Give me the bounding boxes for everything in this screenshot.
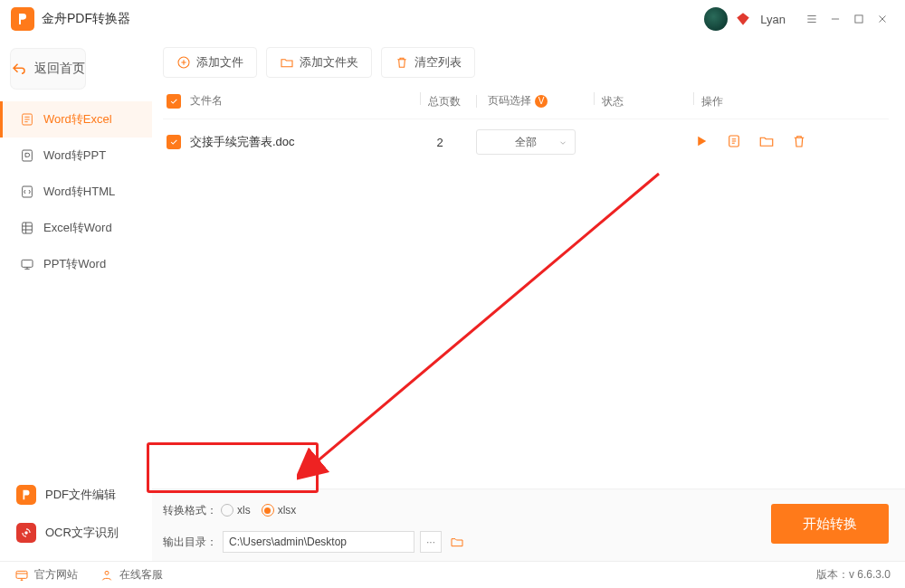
pdf-edit-icon xyxy=(16,485,36,505)
col-status: 状态 xyxy=(602,95,624,108)
sidebar-item-word-to-excel[interactable]: Word转Excel xyxy=(0,101,152,138)
vip-feature-badge: V xyxy=(535,95,548,108)
back-home-button[interactable]: 返回首页 xyxy=(11,49,85,89)
sidebar-item-label: Word转Excel xyxy=(43,111,112,128)
annotation-arrow xyxy=(297,165,668,481)
clear-list-button[interactable]: 清空列表 xyxy=(381,47,475,78)
row-delete-button[interactable] xyxy=(791,133,807,152)
output-label: 输出目录： xyxy=(163,535,217,550)
back-home-label: 返回首页 xyxy=(34,61,85,77)
sidebar-item-ppt-to-word[interactable]: PPT转Word xyxy=(0,246,152,282)
add-file-label: 添加文件 xyxy=(196,54,243,71)
add-folder-label: 添加文件夹 xyxy=(300,54,358,71)
version-label: 版本：v 6.6.3.0 xyxy=(816,567,891,583)
radio-xlsx[interactable]: xlsx xyxy=(262,504,297,517)
maximize-button[interactable] xyxy=(847,7,871,31)
username-label[interactable]: Lyan xyxy=(760,13,786,26)
sidebar-item-word-to-ppt[interactable]: Word转PPT xyxy=(0,138,152,174)
sidebar: 返回首页 Word转Excel Word转PPT Word转HTML Excel… xyxy=(0,38,152,561)
sidebar-tool-pdf-edit[interactable]: PDF文件编辑 xyxy=(0,476,152,514)
svg-rect-0 xyxy=(855,15,862,23)
page-select-value: 全部 xyxy=(515,135,537,150)
status-bar: 官方网站 在线客服 版本：v 6.6.3.0 xyxy=(0,561,905,588)
sidebar-item-label: Excel转Word xyxy=(43,220,112,236)
select-all-checkbox[interactable] xyxy=(167,94,181,109)
svg-rect-10 xyxy=(16,571,27,578)
sidebar-tool-label: OCR文字识别 xyxy=(45,525,119,541)
title-bar: 金舟PDF转换器 Lyan xyxy=(0,0,905,38)
sidebar-tool-label: PDF文件编辑 xyxy=(45,487,116,503)
output-row: 输出目录： ··· xyxy=(163,531,771,553)
table-row: 交接手续完善表.doc 2 全部 xyxy=(163,119,889,165)
row-convert-button[interactable] xyxy=(693,133,710,152)
sidebar-item-label: Word转HTML xyxy=(43,184,115,200)
official-site-link[interactable]: 官方网站 xyxy=(14,567,78,583)
sidebar-item-word-to-html[interactable]: Word转HTML xyxy=(0,174,152,210)
output-path-input[interactable] xyxy=(223,531,414,553)
minimize-button[interactable] xyxy=(824,7,847,31)
svg-point-11 xyxy=(105,571,109,574)
cell-filename: 交接手续完善表.doc xyxy=(190,134,404,150)
app-logo xyxy=(11,7,34,31)
col-filename: 文件名 xyxy=(190,93,404,109)
app-title: 金舟PDF转换器 xyxy=(42,11,130,27)
vip-badge-icon xyxy=(735,11,751,27)
col-page-select: 页码选择 xyxy=(488,93,531,109)
row-open-folder-button[interactable] xyxy=(758,133,775,152)
browse-button[interactable]: ··· xyxy=(420,531,442,553)
svg-rect-4 xyxy=(23,223,33,233)
radio-xls-label: xls xyxy=(237,504,251,517)
support-link[interactable]: 在线客服 xyxy=(100,567,163,583)
bottom-panel: 转换格式： xls xlsx 输出目录： ··· 开始转换 xyxy=(152,488,905,561)
support-label: 在线客服 xyxy=(119,567,163,583)
sidebar-item-label: Word转PPT xyxy=(43,147,106,164)
format-row: 转换格式： xls xlsx xyxy=(163,498,771,522)
annotation-highlight-box xyxy=(147,442,319,493)
official-site-label: 官方网站 xyxy=(34,567,78,583)
col-ops: 操作 xyxy=(701,95,723,108)
open-output-folder-button[interactable] xyxy=(447,532,467,552)
sidebar-item-label: PPT转Word xyxy=(43,256,106,272)
page-select-dropdown[interactable]: 全部 xyxy=(476,129,576,155)
format-label: 转换格式： xyxy=(163,503,217,518)
cell-pages: 2 xyxy=(404,136,476,149)
svg-rect-5 xyxy=(22,260,33,267)
content-area: 添加文件 添加文件夹 清空列表 文件名 总页数 页码选择 V 状态 操作 交接手… xyxy=(152,38,905,561)
sidebar-tool-ocr[interactable]: OCR文字识别 xyxy=(0,514,152,552)
radio-xls[interactable]: xls xyxy=(221,504,251,517)
col-pages: 总页数 xyxy=(428,95,461,108)
menu-button[interactable] xyxy=(800,7,824,31)
radio-xlsx-label: xlsx xyxy=(278,504,297,517)
toolbar: 添加文件 添加文件夹 清空列表 xyxy=(163,47,889,78)
start-convert-button[interactable]: 开始转换 xyxy=(771,504,889,544)
add-file-button[interactable]: 添加文件 xyxy=(163,47,257,78)
add-folder-button[interactable]: 添加文件夹 xyxy=(266,47,372,78)
table-header: 文件名 总页数 页码选择 V 状态 操作 xyxy=(163,83,889,119)
row-detail-button[interactable] xyxy=(726,133,742,152)
svg-line-9 xyxy=(315,174,659,463)
user-avatar[interactable] xyxy=(704,7,728,31)
clear-list-label: 清空列表 xyxy=(414,54,462,71)
close-button[interactable] xyxy=(871,7,894,31)
svg-point-6 xyxy=(24,531,28,535)
sidebar-item-excel-to-word[interactable]: Excel转Word xyxy=(0,210,152,246)
row-checkbox[interactable] xyxy=(167,135,181,149)
ocr-icon xyxy=(16,523,36,543)
svg-rect-2 xyxy=(23,150,33,161)
